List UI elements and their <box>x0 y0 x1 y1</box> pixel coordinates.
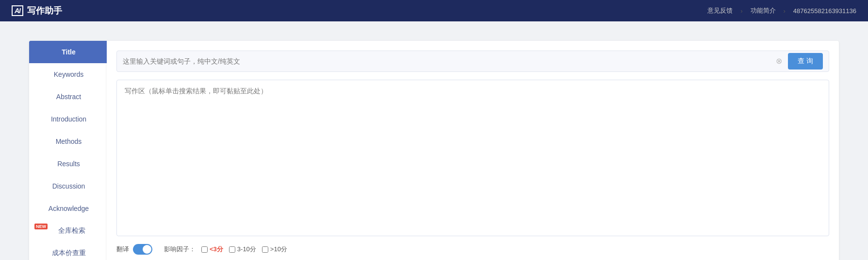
sidebar-label-abstract: Abstract <box>56 93 81 101</box>
sidebar-label-title: Title <box>62 48 76 56</box>
search-clear-icon[interactable]: ⊗ <box>776 57 782 65</box>
impact-3to10-label: 3-10分 <box>237 245 256 254</box>
feature-intro-link[interactable]: 功能简介 <box>751 6 776 15</box>
nav-divider-1: › <box>740 7 742 15</box>
right-panel: ⊗ 查 询 翻译 影响因子： <3分 3-10分 <box>107 41 839 260</box>
search-input[interactable] <box>123 57 770 65</box>
search-button[interactable]: 查 询 <box>788 53 823 69</box>
impact-gt10-label: >10分 <box>270 245 287 254</box>
impact-checkbox-gt10[interactable] <box>262 246 268 253</box>
sidebar-label-results: Results <box>57 160 80 168</box>
sidebar-label-acknowledge: Acknowledge <box>49 205 89 212</box>
nav-divider-2: › <box>784 7 786 15</box>
logo: AI 写作助手 <box>12 5 62 17</box>
translate-section: 翻译 <box>116 244 152 255</box>
sidebar-item-results[interactable]: Results <box>29 153 107 175</box>
impact-option-gt10[interactable]: >10分 <box>262 245 287 254</box>
impact-checkbox-3to10[interactable] <box>229 246 235 253</box>
new-badge: NEW <box>34 224 48 229</box>
main-content: Title Keywords Abstract Introduction Met… <box>0 21 868 260</box>
impact-option-lt3[interactable]: <3分 <box>201 245 223 254</box>
sidebar-item-introduction[interactable]: Introduction <box>29 108 107 130</box>
translate-label: 翻译 <box>116 245 129 254</box>
sidebar-item-methods[interactable]: Methods <box>29 130 107 153</box>
logo-text: 写作助手 <box>27 5 62 17</box>
impact-lt3-label: <3分 <box>210 245 223 254</box>
sidebar-item-keywords[interactable]: Keywords <box>29 63 107 86</box>
app-header: AI 写作助手 意见反馈 › 功能简介 › 48762558216393113‌… <box>0 0 868 21</box>
impact-option-3to10[interactable]: 3-10分 <box>229 245 256 254</box>
translate-toggle[interactable] <box>133 244 152 255</box>
sidebar-label-cost-check: 成本价查重 <box>52 249 86 258</box>
sidebar-item-full-search[interactable]: NEW 全库检索 <box>29 220 107 242</box>
sidebar-label-introduction: Introduction <box>51 115 86 123</box>
impact-label: 影响因子： <box>164 245 196 254</box>
sidebar-item-title[interactable]: Title <box>29 41 107 63</box>
sidebar-label-full-search: 全库检索 <box>58 226 85 235</box>
feedback-link[interactable]: 意见反馈 <box>707 6 733 15</box>
bottom-toolbar: 翻译 影响因子： <3分 3-10分 >10分 <box>116 244 829 255</box>
sidebar-label-methods: Methods <box>56 138 82 145</box>
sidebar-item-acknowledge[interactable]: Acknowledge <box>29 197 107 220</box>
impact-checkbox-lt3[interactable] <box>201 246 208 253</box>
sidebar-item-abstract[interactable]: Abstract <box>29 86 107 108</box>
sidebar-item-cost-check[interactable]: 成本价查重 <box>29 242 107 260</box>
search-bar: ⊗ 查 询 <box>116 51 829 72</box>
sidebar-label-discussion: Discussion <box>52 182 85 190</box>
ai-icon: AI <box>12 5 23 16</box>
header-nav: 意见反馈 › 功能简介 › 48762558216393113‌6 <box>707 6 856 15</box>
impact-section: 影响因子： <3分 3-10分 >10分 <box>164 245 287 254</box>
user-id: 48762558216393113‌6 <box>793 7 856 15</box>
writing-area[interactable] <box>116 80 829 236</box>
sidebar-item-discussion[interactable]: Discussion <box>29 175 107 197</box>
sidebar: Title Keywords Abstract Introduction Met… <box>29 41 107 260</box>
sidebar-label-keywords: Keywords <box>54 70 83 78</box>
